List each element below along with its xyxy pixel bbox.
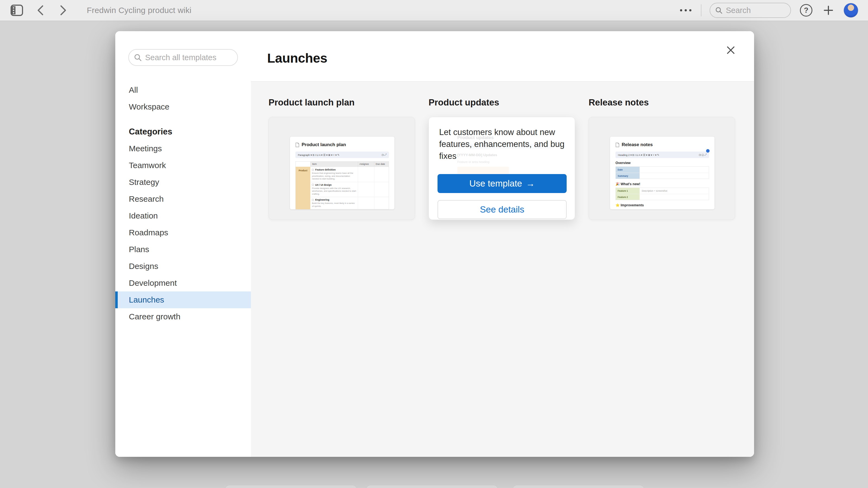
- template-title-product-updates: Product updates: [429, 97, 575, 108]
- sidebar-toggle-button[interactable]: [10, 3, 24, 18]
- close-icon: [725, 45, 736, 55]
- sidebar-category-research[interactable]: Research: [115, 191, 251, 207]
- sidebar-category-launches[interactable]: Launches: [115, 291, 251, 308]
- arrow-right-icon: →: [526, 178, 535, 189]
- forward-button[interactable]: [56, 3, 70, 18]
- sidebar-category-roadmaps[interactable]: Roadmaps: [115, 224, 251, 241]
- see-details-label: See details: [480, 204, 524, 215]
- bg-card-wireframes[interactable]: 🎨 Wireframes January 9, 2024: [366, 485, 498, 488]
- use-template-label: Use template: [469, 178, 522, 189]
- thumb-toolbar-left: Heading 2 ▾ B I U A ▾ ☰ ▾ ⊞ ▾ + ▾ ✎: [618, 154, 659, 156]
- thumb-whats-new-heading: 🎉 What's new!: [616, 182, 709, 186]
- thumb-overview-table: Date Summary: [616, 166, 709, 179]
- sidebar-panel-icon: [10, 5, 23, 16]
- thumb-toolbar-right: ◷ ⤢: [381, 153, 386, 156]
- thumb-toolbar-right: ◷ ◻ ⤢: [699, 153, 707, 156]
- template-title-release-notes: Release notes: [589, 97, 735, 108]
- sidebar-item-all[interactable]: All: [115, 82, 251, 98]
- thumb-doc-title: Release notes: [622, 142, 653, 148]
- sidebar-category-career-growth[interactable]: Career growth: [115, 308, 251, 325]
- ellipsis-icon: [678, 9, 693, 11]
- close-button[interactable]: [724, 44, 737, 57]
- use-template-button[interactable]: Use template →: [437, 174, 567, 193]
- categories-header: Categories: [115, 123, 251, 140]
- sidebar-category-teamwork[interactable]: Teamwork: [115, 157, 251, 174]
- chevron-left-icon: [36, 5, 44, 16]
- sidebar-category-plans[interactable]: Plans: [115, 241, 251, 258]
- thumb-col-assignee: Assignee: [358, 162, 374, 167]
- thumb-improvements-heading: ⭐ Improvements: [616, 203, 709, 207]
- sidebar-category-development[interactable]: Development: [115, 274, 251, 291]
- help-icon: ?: [800, 4, 812, 17]
- thumb-overview-heading: Overview: [616, 161, 709, 165]
- templates-modal: All Workspace Categories Meetings Teamwo…: [115, 31, 754, 457]
- thumb-col-due: Due date: [374, 162, 389, 167]
- presence-icon: [706, 149, 710, 153]
- modal-header: Launches: [251, 31, 754, 82]
- topbar-search[interactable]: [710, 3, 791, 18]
- sidebar-category-meetings[interactable]: Meetings: [115, 140, 251, 157]
- back-button[interactable]: [33, 3, 47, 18]
- avatar[interactable]: [844, 3, 858, 18]
- sidebar-item-workspace[interactable]: Workspace: [115, 98, 251, 115]
- template-description: Let customers know about new features, e…: [439, 126, 565, 162]
- template-thumbnail: Product launch plan Paragraph ▾ B I U A …: [290, 137, 394, 209]
- topbar: Fredwin Cycling product wiki ?: [0, 0, 868, 21]
- chevron-right-icon: [59, 5, 67, 16]
- plus-icon: [823, 5, 834, 16]
- modal-title: Launches: [267, 51, 328, 66]
- see-details-button[interactable]: See details: [437, 200, 567, 219]
- thumb-doc-title: Product launch plan: [302, 142, 346, 148]
- help-button[interactable]: ?: [799, 3, 813, 18]
- new-doc-button[interactable]: [822, 3, 835, 18]
- template-search[interactable]: [128, 49, 238, 66]
- sidebar-category-ideation[interactable]: Ideation: [115, 207, 251, 224]
- thumb-row-group: Product: [296, 167, 310, 209]
- checkbox-icon: [312, 169, 314, 171]
- bg-card-product-metrics[interactable]: 📊 Product metrics Usage data: [513, 485, 644, 488]
- modal-content: Product launch plan Product updates Rele…: [251, 82, 754, 457]
- topbar-divider: [701, 4, 702, 16]
- document-icon: [616, 142, 619, 147]
- bg-card-product-launches[interactable]: 🚀 Product launches Performance dashboard: [225, 485, 357, 488]
- page-title: Fredwin Cycling product wiki: [87, 6, 191, 15]
- sidebar-category-strategy[interactable]: Strategy: [115, 174, 251, 191]
- search-icon: [134, 54, 142, 62]
- thumb-table-row: Engineering Build the key features, most…: [310, 197, 389, 209]
- checkbox-icon: [312, 199, 314, 201]
- thumb-toolbar: Paragraph ▾ B I U A ▾ ☰ ▾ ⊞ ▾ + ▾ ✎ ◷ ⤢: [296, 152, 389, 158]
- thumb-table: Item Assignee Due date Product Feature d…: [296, 161, 389, 209]
- search-icon: [715, 6, 723, 14]
- template-card-release-notes[interactable]: Release notes Heading 2 ▾ B I U A ▾ ☰ ▾ …: [589, 117, 735, 220]
- thumb-table-row: UX / UI design Provide designers with th…: [310, 182, 389, 197]
- template-search-input[interactable]: [145, 53, 226, 62]
- topbar-search-input[interactable]: [726, 6, 780, 15]
- more-menu-button[interactable]: [679, 3, 693, 18]
- template-card-product-launch-plan[interactable]: Product launch plan Paragraph ▾ B I U A …: [269, 117, 415, 220]
- thumb-toolbar: Heading 2 ▾ B I U A ▾ ☰ ▾ ⊞ ▾ + ▾ ✎ ◷ ◻ …: [616, 152, 709, 158]
- template-card-product-updates[interactable]: Product updates Normal ▾ B I U A ▾ ☰ ▾ ⊞…: [429, 117, 575, 220]
- thumb-toolbar-left: Paragraph ▾ B I U A ▾ ☰ ▾ ⊞ ▾ + ▾ ✎: [298, 154, 340, 156]
- document-icon: [296, 142, 299, 147]
- checkbox-icon: [312, 184, 314, 186]
- templates-sidebar: All Workspace Categories Meetings Teamwo…: [115, 31, 251, 457]
- thumb-table-row: Feature definition Ensure that engineeri…: [310, 167, 389, 182]
- thumb-features-table: Feature 1 Description + screenshot Featu…: [616, 188, 709, 200]
- template-thumbnail: Release notes Heading 2 ▾ B I U A ▾ ☰ ▾ …: [610, 137, 714, 209]
- sidebar-category-designs[interactable]: Designs: [115, 258, 251, 274]
- thumb-col-item: Item: [310, 162, 358, 167]
- template-title-product-launch-plan: Product launch plan: [269, 97, 415, 108]
